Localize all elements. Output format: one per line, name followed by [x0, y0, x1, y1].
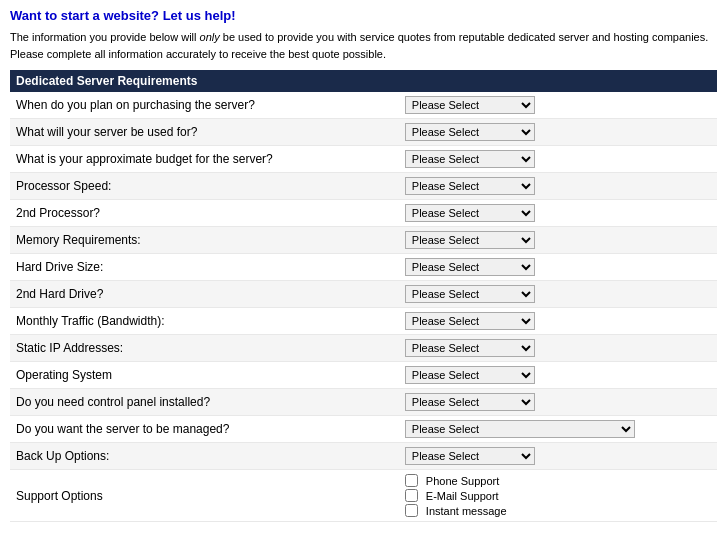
form-row-processor_speed: Processor Speed:Please Select — [10, 173, 717, 200]
label-static_ip: Static IP Addresses: — [10, 335, 399, 362]
label-second_hard_drive: 2nd Hard Drive? — [10, 281, 399, 308]
input-cell-budget: Please Select — [399, 146, 717, 173]
label-control_panel: Do you need control panel installed? — [10, 389, 399, 416]
requirements-table: When do you plan on purchasing the serve… — [10, 92, 717, 522]
input-cell-os: Please Select — [399, 362, 717, 389]
input-cell-control_panel: Please Select — [399, 389, 717, 416]
select-hard_drive[interactable]: Please Select — [405, 258, 535, 276]
label-os: Operating System — [10, 362, 399, 389]
select-os[interactable]: Please Select — [405, 366, 535, 384]
intro-text: The information you provide below will o… — [10, 29, 717, 62]
form-row-second_processor: 2nd Processor?Please Select — [10, 200, 717, 227]
select-managed[interactable]: Please Select — [405, 420, 635, 438]
form-row-when_purchase: When do you plan on purchasing the serve… — [10, 92, 717, 119]
form-row-bandwidth: Monthly Traffic (Bandwidth):Please Selec… — [10, 308, 717, 335]
input-cell-backup: Please Select — [399, 443, 717, 470]
support-options-label: Support Options — [10, 470, 399, 522]
input-cell-bandwidth: Please Select — [399, 308, 717, 335]
checkbox-instant_message[interactable] — [405, 504, 418, 517]
label-second_processor: 2nd Processor? — [10, 200, 399, 227]
checkbox-item-phone_support: Phone Support — [405, 474, 711, 487]
select-second_processor[interactable]: Please Select — [405, 204, 535, 222]
form-row-managed: Do you want the server to be managed?Ple… — [10, 416, 717, 443]
select-server_used_for[interactable]: Please Select — [405, 123, 535, 141]
checkbox-email_support[interactable] — [405, 489, 418, 502]
select-memory[interactable]: Please Select — [405, 231, 535, 249]
form-row-memory: Memory Requirements:Please Select — [10, 227, 717, 254]
select-processor_speed[interactable]: Please Select — [405, 177, 535, 195]
label-hard_drive: Hard Drive Size: — [10, 254, 399, 281]
select-budget[interactable]: Please Select — [405, 150, 535, 168]
form-row-second_hard_drive: 2nd Hard Drive?Please Select — [10, 281, 717, 308]
input-cell-processor_speed: Please Select — [399, 173, 717, 200]
label-bandwidth: Monthly Traffic (Bandwidth): — [10, 308, 399, 335]
form-row-backup: Back Up Options:Please Select — [10, 443, 717, 470]
select-control_panel[interactable]: Please Select — [405, 393, 535, 411]
select-static_ip[interactable]: Please Select — [405, 339, 535, 357]
select-bandwidth[interactable]: Please Select — [405, 312, 535, 330]
select-when_purchase[interactable]: Please Select — [405, 96, 535, 114]
label-server_used_for: What will your server be used for? — [10, 119, 399, 146]
label-when_purchase: When do you plan on purchasing the serve… — [10, 92, 399, 119]
input-cell-memory: Please Select — [399, 227, 717, 254]
input-cell-when_purchase: Please Select — [399, 92, 717, 119]
label-backup: Back Up Options: — [10, 443, 399, 470]
input-cell-managed: Please Select — [399, 416, 717, 443]
form-row-budget: What is your approximate budget for the … — [10, 146, 717, 173]
form-row-hard_drive: Hard Drive Size:Please Select — [10, 254, 717, 281]
form-row-server_used_for: What will your server be used for?Please… — [10, 119, 717, 146]
checkbox-label-email_support: E-Mail Support — [426, 490, 499, 502]
input-cell-server_used_for: Please Select — [399, 119, 717, 146]
label-budget: What is your approximate budget for the … — [10, 146, 399, 173]
input-cell-second_processor: Please Select — [399, 200, 717, 227]
support-options-checkboxes: Phone SupportE-Mail SupportInstant messa… — [399, 470, 717, 522]
form-row-static_ip: Static IP Addresses:Please Select — [10, 335, 717, 362]
checkbox-label-instant_message: Instant message — [426, 505, 507, 517]
checkbox-phone_support[interactable] — [405, 474, 418, 487]
select-second_hard_drive[interactable]: Please Select — [405, 285, 535, 303]
label-processor_speed: Processor Speed: — [10, 173, 399, 200]
checkbox-item-instant_message: Instant message — [405, 504, 711, 517]
page-title: Want to start a website? Let us help! — [10, 8, 717, 23]
input-cell-static_ip: Please Select — [399, 335, 717, 362]
select-backup[interactable]: Please Select — [405, 447, 535, 465]
support-options-row: Support Options Phone SupportE-Mail Supp… — [10, 470, 717, 522]
checkbox-label-phone_support: Phone Support — [426, 475, 499, 487]
checkbox-item-email_support: E-Mail Support — [405, 489, 711, 502]
label-managed: Do you want the server to be managed? — [10, 416, 399, 443]
form-row-control_panel: Do you need control panel installed?Plea… — [10, 389, 717, 416]
section-header: Dedicated Server Requirements — [10, 70, 717, 92]
form-row-os: Operating SystemPlease Select — [10, 362, 717, 389]
input-cell-second_hard_drive: Please Select — [399, 281, 717, 308]
label-memory: Memory Requirements: — [10, 227, 399, 254]
input-cell-hard_drive: Please Select — [399, 254, 717, 281]
